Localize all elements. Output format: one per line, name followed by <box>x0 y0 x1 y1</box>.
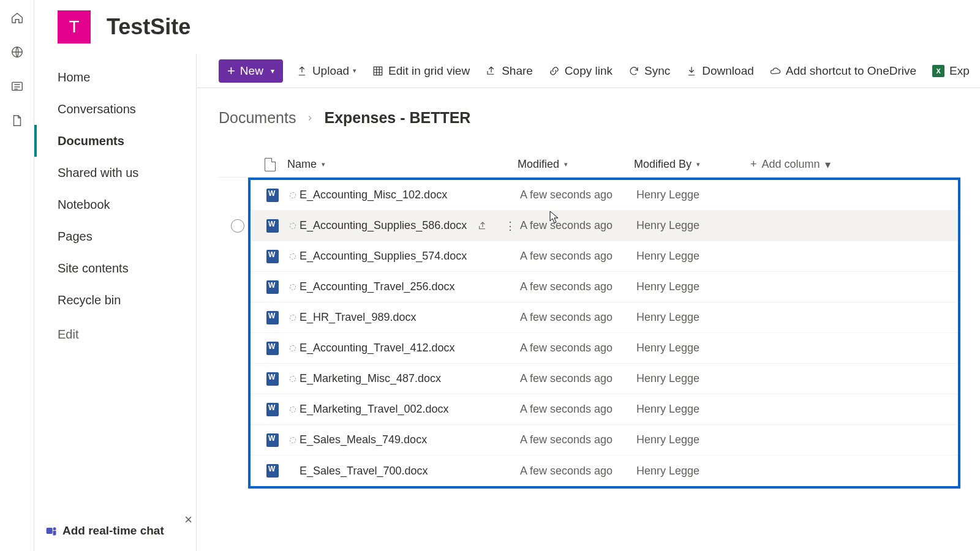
sync-label: Sync <box>644 64 670 78</box>
file-modified: A few seconds ago <box>520 280 636 293</box>
loading-spinner-icon <box>290 284 296 290</box>
breadcrumb-root[interactable]: Documents <box>219 109 296 127</box>
file-name[interactable]: E_HR_Travel_989.docx <box>300 311 416 324</box>
file-modifiedby: Henry Legge <box>636 372 753 385</box>
add-shortcut-button[interactable]: Add shortcut to OneDrive <box>767 64 919 78</box>
new-button[interactable]: + New ▾ <box>219 59 283 83</box>
breadcrumb-current: Expenses - BETTER <box>324 109 470 127</box>
download-icon <box>686 66 697 77</box>
nav-item-notebook[interactable]: Notebook <box>34 189 196 220</box>
table-row[interactable]: E_Sales_Meals_749.docxA few seconds agoH… <box>251 425 958 455</box>
column-name-label: Name <box>287 158 317 171</box>
word-icon <box>266 433 279 447</box>
table-row[interactable]: E_Accounting_Supplies_574.docxA few seco… <box>251 241 958 272</box>
file-modified: A few seconds ago <box>520 433 636 446</box>
chevron-down-icon: ▾ <box>564 160 568 168</box>
plus-icon: + <box>750 158 757 171</box>
file-name[interactable]: E_Marketing_Misc_487.docx <box>300 372 441 385</box>
nav-item-pages[interactable]: Pages <box>34 220 196 252</box>
app-rail <box>0 0 34 551</box>
export-excel-button[interactable]: X Exp <box>930 64 972 78</box>
column-modifiedby[interactable]: Modified By▾ <box>634 158 750 171</box>
nav-item-home[interactable]: Home <box>34 61 196 93</box>
site-title[interactable]: TestSite <box>107 14 190 40</box>
chevron-down-icon: ▾ <box>322 160 325 168</box>
download-label: Download <box>702 64 754 78</box>
file-name[interactable]: E_Accounting_Travel_412.docx <box>300 342 455 354</box>
globe-icon[interactable] <box>10 45 24 59</box>
column-modifiedby-label: Modified By <box>634 158 692 171</box>
nav-item-shared-with-us[interactable]: Shared with us <box>34 157 196 189</box>
share-button[interactable]: Share <box>483 64 535 78</box>
file-modifiedby: Henry Legge <box>636 465 753 478</box>
more-icon[interactable]: ⋮ <box>502 219 518 233</box>
shortcut-label: Add shortcut to OneDrive <box>786 64 916 78</box>
table-row[interactable]: E_Accounting_Travel_256.docxA few second… <box>251 272 958 302</box>
file-name[interactable]: E_Marketing_Travel_002.docx <box>300 403 448 416</box>
file-modified: A few seconds ago <box>520 342 636 354</box>
table-row[interactable]: E_HR_Travel_989.docxA few seconds agoHen… <box>251 302 958 333</box>
site-logo[interactable]: T <box>58 10 91 43</box>
download-button[interactable]: Download <box>684 64 756 78</box>
table-row[interactable]: E_Marketing_Travel_002.docxA few seconds… <box>251 394 958 425</box>
row-select[interactable] <box>231 219 244 233</box>
home-icon[interactable] <box>10 11 24 24</box>
filetype-column-icon[interactable] <box>265 158 276 171</box>
chevron-down-icon: ▾ <box>825 158 831 171</box>
table-row[interactable]: E_Accounting_Misc_102.docxA few seconds … <box>251 180 958 211</box>
table-row[interactable]: E_Accounting_Travel_412.docxA few second… <box>251 333 958 364</box>
loading-spinner-icon <box>290 253 296 260</box>
loading-spinner-icon <box>290 345 296 351</box>
table-header: Name▾ Modified▾ Modified By▾ +Add column… <box>219 152 960 178</box>
edit-grid-button[interactable]: Edit in grid view <box>370 64 472 78</box>
loading-spinner-icon <box>290 407 296 413</box>
table-row[interactable]: E_Accounting_Supplies_586.docx⋮A few sec… <box>251 211 958 241</box>
upload-label: Upload <box>312 64 349 78</box>
table-row[interactable]: E_Marketing_Misc_487.docxA few seconds a… <box>251 364 958 394</box>
file-modifiedby: Henry Legge <box>636 433 753 446</box>
file-modified: A few seconds ago <box>520 189 636 201</box>
column-modified[interactable]: Modified▾ <box>518 158 634 171</box>
sync-button[interactable]: Sync <box>626 64 673 78</box>
column-name[interactable]: Name▾ <box>285 158 518 171</box>
chevron-down-icon: ▾ <box>353 67 356 75</box>
share-label: Share <box>502 64 533 78</box>
loading-spinner-icon <box>290 437 296 443</box>
chat-promo-title[interactable]: Add real-time chat <box>62 524 164 538</box>
word-icon <box>266 219 279 233</box>
file-name[interactable]: E_Sales_Travel_700.docx <box>300 465 428 478</box>
file-name[interactable]: E_Accounting_Supplies_586.docx <box>300 219 467 232</box>
grid-icon <box>372 66 383 77</box>
sync-icon <box>628 66 639 77</box>
nav-item-conversations[interactable]: Conversations <box>34 93 196 125</box>
loading-spinner-icon <box>290 376 296 382</box>
add-column-button[interactable]: +Add column▾ <box>750 158 861 171</box>
file-name[interactable]: E_Accounting_Travel_256.docx <box>300 280 455 293</box>
upload-button[interactable]: Upload ▾ <box>294 64 359 78</box>
copylink-button[interactable]: Copy link <box>546 64 615 78</box>
news-icon[interactable] <box>10 80 24 93</box>
file-icon[interactable] <box>10 114 24 127</box>
word-icon <box>266 464 279 478</box>
excel-icon: X <box>932 65 944 77</box>
upload-icon <box>296 66 307 77</box>
nav-item-recycle-bin[interactable]: Recycle bin <box>34 284 196 316</box>
file-modifiedby: Henry Legge <box>636 189 753 201</box>
file-name[interactable]: E_Accounting_Misc_102.docx <box>300 189 447 201</box>
file-modified: A few seconds ago <box>520 250 636 263</box>
breadcrumb: Documents Expenses - BETTER <box>219 109 470 127</box>
file-table: Name▾ Modified▾ Modified By▾ +Add column… <box>219 152 960 489</box>
link-icon <box>549 66 560 77</box>
file-modified: A few seconds ago <box>520 465 636 478</box>
nav-item-documents[interactable]: Documents <box>34 125 196 157</box>
svg-rect-4 <box>374 67 382 75</box>
nav-item-site-contents[interactable]: Site contents <box>34 252 196 284</box>
file-name[interactable]: E_Sales_Meals_749.docx <box>300 433 427 446</box>
share-icon[interactable] <box>478 221 488 231</box>
file-name[interactable]: E_Accounting_Supplies_574.docx <box>300 250 467 263</box>
loading-spinner-icon <box>290 223 296 229</box>
nav-edit[interactable]: Edit <box>34 318 196 350</box>
table-row[interactable]: E_Sales_Travel_700.docxA few seconds ago… <box>251 455 958 486</box>
teams-icon <box>45 525 58 537</box>
site-header: T TestSite <box>34 0 980 54</box>
